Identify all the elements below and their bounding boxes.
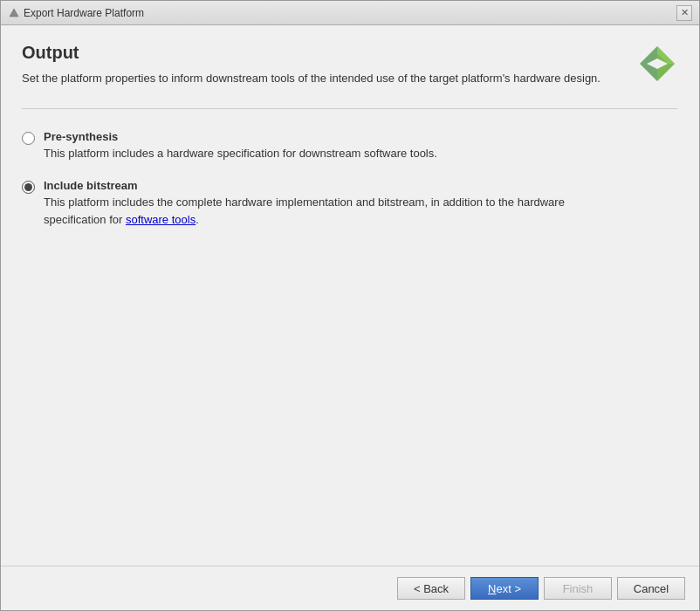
radio-pre-synthesis[interactable] [22,132,35,145]
window-title: Export Hardware Platform [24,7,144,19]
option-pre-synthesis-content: Pre-synthesis This platform includes a h… [44,130,437,162]
title-bar-left: Export Hardware Platform [8,7,144,19]
separator [22,108,678,109]
option-pre-synthesis-desc: This platform includes a hardware specif… [44,145,437,162]
finish-button[interactable]: Finish [544,577,612,600]
svg-marker-3 [657,46,675,64]
next-button[interactable]: Next > [470,577,539,600]
back-button[interactable]: < Back [397,577,465,600]
next-label: Next > [488,582,521,595]
option-include-bitstream-content: Include bitstream This platform includes… [44,179,611,228]
option-pre-synthesis: Pre-synthesis This platform includes a h… [22,130,678,162]
page-title: Output [22,43,600,63]
options-area: Pre-synthesis This platform includes a h… [22,120,678,239]
brand-logo [636,43,678,85]
header-row: Output Set the platform properties to in… [22,43,678,87]
spacer [22,238,678,552]
svg-marker-2 [640,46,657,81]
option-include-bitstream-label: Include bitstream [44,179,611,192]
radio-include-bitstream[interactable] [22,181,35,194]
header-text: Output Set the platform properties to in… [22,43,600,87]
page-description: Set the platform properties to inform do… [22,70,600,87]
option-include-bitstream-desc: This platform includes the complete hard… [44,194,611,228]
main-window: Export Hardware Platform ✕ Output Set th… [0,0,700,611]
cancel-button[interactable]: Cancel [617,577,685,600]
option-include-bitstream: Include bitstream This platform includes… [22,179,678,228]
close-button[interactable]: ✕ [676,5,692,21]
svg-marker-0 [10,9,18,17]
window-icon [8,7,20,19]
option-pre-synthesis-label: Pre-synthesis [44,130,437,143]
footer: < Back Next > Finish Cancel [1,566,699,610]
software-tools-link: software tools [126,213,196,226]
content-area: Output Set the platform properties to in… [1,25,699,566]
title-bar: Export Hardware Platform ✕ [1,1,699,25]
